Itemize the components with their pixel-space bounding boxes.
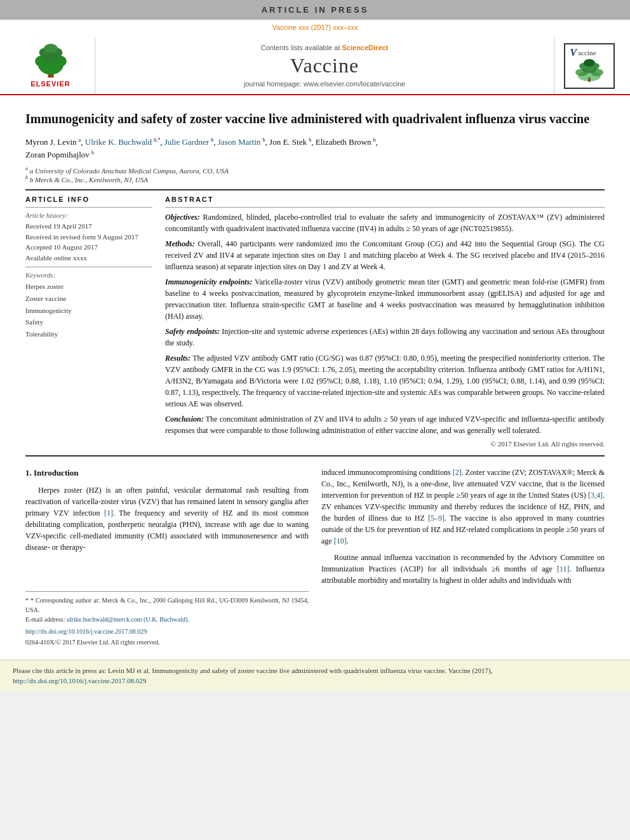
author-gardner[interactable]: Julie Gardner — [164, 137, 209, 147]
abstract-safety: Safety endpoints: Injection-site and sys… — [165, 326, 605, 349]
elsevier-wordmark: ELSEVIER — [30, 80, 70, 88]
article-info-heading: ARTICLE INFO — [25, 196, 152, 203]
keyword-5: Tolerability — [25, 328, 152, 340]
objectives-label: Objectives: — [165, 213, 200, 222]
divider-thick — [25, 189, 605, 190]
aip-banner: ARTICLE IN PRESS — [0, 0, 630, 20]
ref-2[interactable]: [2] — [453, 468, 462, 477]
abstract-methods: Methods: Overall, 440 participants were … — [165, 238, 605, 272]
article-info-col: ARTICLE INFO Article history: Received 1… — [25, 196, 152, 448]
abstract-col: ABSTRACT Objectives: Randomized, blinded… — [165, 196, 605, 448]
conclusion-text: The concomitant administration of ZV and… — [165, 415, 605, 435]
safety-text: Injection-site and systemic adverse expe… — [165, 327, 605, 347]
email-note: E-mail address: ulrike.buchwald@merck.co… — [25, 615, 309, 624]
keyword-2: Zoster vaccine — [25, 293, 152, 305]
immuno-label: Immunogenicity endpoints: — [165, 277, 252, 286]
journal-homepage: journal homepage: www.elsevier.com/locat… — [244, 80, 405, 88]
methods-text: Overall, 440 participants were randomize… — [165, 239, 605, 271]
doi-line[interactable]: http://dx.doi.org/10.1016/j.vaccine.2017… — [25, 627, 309, 636]
journal-center: Contents lists available at ScienceDirec… — [95, 37, 554, 94]
svg-rect-15 — [588, 77, 591, 82]
abstract-results: Results: The adjusted VZV antibody GMT r… — [165, 352, 605, 410]
keyword-1: Herpes zoster — [25, 281, 152, 293]
ref-10[interactable]: [10] — [334, 537, 347, 545]
keywords-list: Herpes zoster Zoster vaccine Immunogenic… — [25, 281, 152, 340]
revised-date: Received in revised form 9 August 2017 — [25, 232, 152, 243]
conclusion-label: Conclusion: — [165, 415, 204, 423]
history-label: Article history: — [25, 211, 152, 219]
abstract-objectives: Objectives: Randomized, blinded, placebo… — [165, 211, 605, 234]
vaccine-plant-icon — [570, 58, 608, 83]
vaccine-logo-area: V accine — [554, 37, 617, 94]
keywords-label: Keywords: — [25, 271, 152, 279]
vaccine-word: accine — [578, 49, 596, 57]
contents-line: Contents lists available at ScienceDirec… — [261, 44, 389, 51]
elsevier-logo-area: ELSEVIER — [13, 37, 95, 94]
objectives-text: Randomized, blinded, placebo-controlled … — [165, 213, 605, 233]
results-label: Results: — [165, 354, 191, 363]
svg-point-7 — [44, 44, 58, 53]
body-col-right: induced immunocompromising conditions [2… — [321, 467, 605, 647]
divider-info — [25, 207, 152, 208]
body-para2-right: Routine annual influenza vaccination is … — [321, 552, 605, 586]
email-link[interactable]: ulrike.buchwald@merck.com (U.K. Buchwald… — [67, 616, 189, 623]
abstract-conclusion: Conclusion: The concomitant administrati… — [165, 413, 605, 436]
divider-body — [25, 455, 605, 457]
svg-point-14 — [584, 59, 595, 67]
divider-abstract — [165, 207, 605, 208]
journal-title: Vaccine — [290, 54, 359, 77]
citation-text: Vaccine xxx (2017) xxx–xxx — [272, 23, 358, 31]
authors-line: Myron J. Levin a, Ulrike K. Buchwald b,*… — [25, 136, 605, 161]
article-title-section: Immunogenicity and safety of zoster vacc… — [25, 110, 605, 127]
body-para1: Herpes zoster (HZ) is an often painful, … — [25, 484, 309, 553]
author-martin[interactable]: Jason Martin — [218, 137, 261, 147]
citation-line: Vaccine xxx (2017) xxx–xxx — [0, 20, 630, 32]
results-text: The adjusted VZV antibody GMT ratio (CG/… — [165, 354, 605, 408]
issn-line: 0264-410X/© 2017 Elsevier Ltd. All right… — [25, 637, 309, 647]
bottom-bar-link[interactable]: http://dx.doi.org/10.1016/j.vaccine.2017… — [13, 677, 146, 684]
keyword-3: Immunogenicity — [25, 305, 152, 317]
body-section-1: 1. Introduction Herpes zoster (HZ) is an… — [25, 467, 605, 647]
keyword-4: Safety — [25, 316, 152, 328]
footnote-section: * * Corresponding author at: Merck & Co.… — [25, 591, 309, 624]
aip-text: ARTICLE IN PRESS — [262, 5, 369, 15]
ref-1[interactable]: [1] — [104, 509, 113, 517]
ref-11[interactable]: [11] — [557, 564, 570, 573]
page: ARTICLE IN PRESS Vaccine xxx (2017) xxx–… — [0, 0, 630, 691]
received-date: Received 19 April 2017 — [25, 221, 152, 232]
bottom-citation-bar: Please cite this article in press as: Le… — [0, 660, 630, 691]
copyright-line: © 2017 Elsevier Ltd. All rights reserved… — [165, 440, 605, 448]
bottom-bar-text: Please cite this article in press as: Le… — [13, 667, 493, 674]
sciencedirect-link[interactable]: ScienceDirect — [342, 44, 389, 51]
elsevier-logo: ELSEVIER — [25, 44, 76, 88]
vaccine-v-letter: V — [570, 47, 577, 58]
safety-label: Safety endpoints: — [165, 327, 220, 336]
info-abstract-columns: ARTICLE INFO Article history: Received 1… — [25, 196, 605, 448]
elsevier-tree-icon — [25, 44, 76, 79]
methods-label: Methods: — [165, 239, 195, 248]
abstract-body: Objectives: Randomized, blinded, placebo… — [165, 211, 605, 436]
body-para1-right: induced immunocompromising conditions [2… — [321, 467, 605, 547]
main-content: Immunogenicity and safety of zoster vacc… — [0, 95, 630, 653]
footnote-area: * * Corresponding author at: Merck & Co.… — [25, 591, 309, 647]
affiliations: a a University of Colorado Anschutz Medi… — [25, 166, 605, 183]
section1-heading: 1. Introduction — [25, 467, 309, 479]
body-col-left: 1. Introduction Herpes zoster (HZ) is an… — [25, 467, 309, 647]
ref-3-4[interactable]: [3,4] — [588, 491, 603, 500]
journal-header: ELSEVIER Contents lists available at Sci… — [0, 32, 630, 95]
body-columns: 1. Introduction Herpes zoster (HZ) is an… — [25, 467, 605, 647]
corresponding-note: * * Corresponding author at: Merck & Co.… — [25, 596, 309, 615]
article-title: Immunogenicity and safety of zoster vacc… — [25, 110, 605, 127]
author-buchwald[interactable]: Ulrike K. Buchwald — [85, 137, 152, 147]
divider-keywords — [25, 267, 152, 267]
abstract-immuno: Immunogenicity endpoints: Varicella-zost… — [165, 276, 605, 322]
available-date: Available online xxxx — [25, 253, 152, 263]
abstract-heading: ABSTRACT — [165, 196, 605, 203]
vaccine-logo-box: V accine — [564, 43, 615, 89]
ref-5-9[interactable]: [5–9] — [428, 514, 445, 523]
accepted-date: Accepted 10 August 2017 — [25, 242, 152, 253]
